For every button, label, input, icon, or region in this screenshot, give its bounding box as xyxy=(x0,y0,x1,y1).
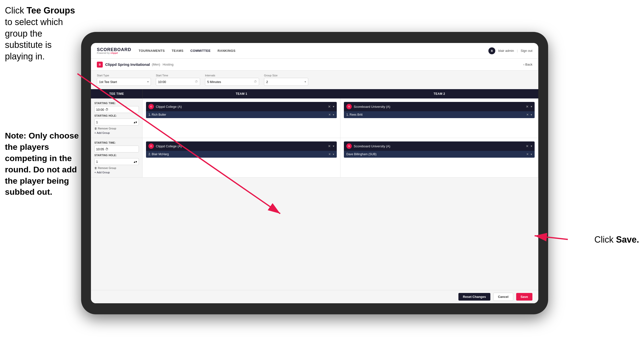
breadcrumb-title: Clippd Spring Invitational xyxy=(105,62,150,66)
team2-block-1: S Scoreboard University (A) ✕ ▾ 1. Rees … xyxy=(344,102,534,118)
player-chevron-icon-2-1[interactable]: ▾ xyxy=(333,153,334,156)
team2-icon-1: S xyxy=(346,104,352,109)
start-type-chevron-icon: ▾ xyxy=(147,80,149,83)
team2-header-1[interactable]: S Scoreboard University (A) ✕ ▾ xyxy=(344,102,534,111)
team1-remove-icon-2[interactable]: ✕ xyxy=(328,144,331,148)
player-chevron-icon-2-2[interactable]: ▾ xyxy=(531,153,532,156)
player-row-1-2: 1. Rees Britt ✕ ▾ xyxy=(344,111,534,118)
save-button[interactable]: Save xyxy=(516,293,532,301)
breadcrumb-hosting: Hosting xyxy=(163,63,174,66)
nav-right: B blair admin | Sign out xyxy=(488,47,532,54)
nav-tournaments[interactable]: TOURNAMENTS xyxy=(139,49,165,52)
start-type-group: Start Type 1st Tee Start ▾ xyxy=(97,74,151,86)
start-type-input[interactable]: 1st Tee Start ▾ xyxy=(97,78,151,86)
player-name-2-1: 2. Blair McHarg xyxy=(148,152,326,156)
start-time-label: Start Time xyxy=(156,74,200,77)
player-row-1-1: 1. Rich Butler ✕ ▾ xyxy=(146,111,337,118)
nav-rankings[interactable]: RANKINGS xyxy=(218,49,236,52)
main-content: Start Type 1st Tee Start ▾ Start Time 10… xyxy=(91,70,538,303)
signout-link[interactable]: Sign out xyxy=(520,49,532,52)
group-size-group: Group Size 2 ▾ xyxy=(264,74,308,86)
trash-icon-1: 🗑 xyxy=(94,127,97,130)
instructions-text: Click Tee Groups to select which group t… xyxy=(5,5,81,62)
row2-team2: S Scoreboard University (A) ✕ ▾ Dave Bil… xyxy=(340,138,538,177)
team2-remove-icon-2[interactable]: ✕ xyxy=(526,144,529,148)
trash-icon-2: 🗑 xyxy=(94,166,97,169)
player-row-2-2: Dave Billingham (SUB) ✕ ▾ xyxy=(344,151,534,158)
team2-header-2[interactable]: S Scoreboard University (A) ✕ ▾ xyxy=(344,141,534,151)
start-time-group: Start Time 10:00 ⏱ xyxy=(156,74,200,86)
table-header: Tee Time Team 1 Team 2 xyxy=(91,89,538,98)
team1-block-2: C Clippd College (A) ✕ ▾ 2. Blair McHarg… xyxy=(146,141,337,158)
schedule-table: Tee Time Team 1 Team 2 STARTING TIME: 10… xyxy=(91,89,538,290)
col-team1: Team 1 xyxy=(142,89,340,98)
col-team2: Team 2 xyxy=(340,89,538,98)
start-type-label: Start Type xyxy=(97,74,151,77)
team1-header-1[interactable]: C Clippd College (A) ✕ ▾ xyxy=(146,102,337,111)
team2-name-2: Scoreboard University (A) xyxy=(354,144,524,148)
player-remove-icon-1-1[interactable]: ✕ xyxy=(328,113,331,116)
team1-header-2[interactable]: C Clippd College (A) ✕ ▾ xyxy=(146,141,337,151)
cancel-button[interactable]: Cancel xyxy=(493,293,513,301)
group-size-input[interactable]: 2 ▾ xyxy=(264,78,308,86)
team1-chevron-icon-1[interactable]: ▾ xyxy=(333,105,334,108)
start-time-input[interactable]: 10:00 ⏱ xyxy=(156,78,200,86)
starting-hole-input-1[interactable]: 1 ▴▾ xyxy=(94,119,139,125)
nav-teams[interactable]: TEAMS xyxy=(172,49,183,52)
remove-group-button-1[interactable]: 🗑 Remove Group xyxy=(94,127,139,130)
starting-time-input-1[interactable]: 10:00 ⏱ xyxy=(94,106,139,113)
group-size-label: Group Size xyxy=(264,74,308,77)
hole-chevron-icon-1: ▴▾ xyxy=(134,120,137,124)
team1-chevron-icon-2[interactable]: ▾ xyxy=(333,144,334,148)
team1-icon-1: C xyxy=(148,104,154,109)
reset-changes-button[interactable]: Reset Changes xyxy=(458,293,490,301)
nav-separator: | xyxy=(517,49,518,52)
team2-chevron-icon-2[interactable]: ▾ xyxy=(531,144,532,148)
player-remove-icon-2-2[interactable]: ✕ xyxy=(526,152,529,156)
row2-left: STARTING TIME: 10:05 ⏱ STARTING HOLE: 1 … xyxy=(91,138,142,177)
starting-time-label-2: STARTING TIME: xyxy=(94,141,139,144)
add-group-button-1[interactable]: + Add Group xyxy=(94,131,139,134)
tablet-screen: SCOREBOARD Powered by clippd TOURNAMENTS… xyxy=(91,43,538,303)
player-chevron-icon-1-2[interactable]: ▾ xyxy=(531,113,532,116)
breadcrumb-subtitle: (Men) xyxy=(152,63,160,66)
team2-remove-icon-1[interactable]: ✕ xyxy=(526,105,529,108)
tablet-frame: SCOREBOARD Powered by clippd TOURNAMENTS… xyxy=(81,32,548,314)
starting-hole-input-2[interactable]: 1 ▴▾ xyxy=(94,158,139,165)
player-name-1-2: 1. Rees Britt xyxy=(346,113,524,116)
start-time-clock-icon: ⏱ xyxy=(195,80,198,83)
starting-hole-label-2: STARTING HOLE: xyxy=(94,154,139,157)
nav-committee[interactable]: COMMITTEE xyxy=(190,49,211,52)
remove-group-button-2[interactable]: 🗑 Remove Group xyxy=(94,166,139,169)
note-text: Note: Only choose the players competing … xyxy=(5,130,81,198)
row2-team1: C Clippd College (A) ✕ ▾ 2. Blair McHarg… xyxy=(142,138,340,177)
team1-block-1: C Clippd College (A) ✕ ▾ 1. Rich Butler … xyxy=(146,102,337,118)
row1-team2: S Scoreboard University (A) ✕ ▾ 1. Rees … xyxy=(340,98,538,138)
breadcrumb-bar: B Clippd Spring Invitational (Men) Hosti… xyxy=(91,59,538,70)
starting-time-input-2[interactable]: 10:05 ⏱ xyxy=(94,146,139,152)
back-button[interactable]: ‹ Back xyxy=(523,63,532,66)
plus-icon-2: + xyxy=(94,171,96,174)
time-clock-icon-2: ⏱ xyxy=(105,147,108,151)
col-tee-time: Tee Time xyxy=(91,89,142,98)
team2-block-2: S Scoreboard University (A) ✕ ▾ Dave Bil… xyxy=(344,141,534,158)
player-chevron-icon-1-1[interactable]: ▾ xyxy=(333,113,334,116)
intervals-input[interactable]: 5 Minutes ⏱ xyxy=(205,78,259,86)
starting-hole-label-1: STARTING HOLE: xyxy=(94,114,139,117)
click-save-text: Click Save. xyxy=(594,235,639,245)
hole-chevron-icon-2: ▴▾ xyxy=(134,160,137,164)
table-row: STARTING TIME: 10:05 ⏱ STARTING HOLE: 1 … xyxy=(91,138,538,178)
team2-chevron-icon-1[interactable]: ▾ xyxy=(531,105,532,108)
add-group-button-2[interactable]: + Add Group xyxy=(94,171,139,174)
player-remove-icon-2-1[interactable]: ✕ xyxy=(328,152,331,156)
row1-team1: C Clippd College (A) ✕ ▾ 1. Rich Butler … xyxy=(142,98,340,138)
player-remove-icon-1-2[interactable]: ✕ xyxy=(526,113,529,116)
team1-remove-icon-1[interactable]: ✕ xyxy=(328,105,331,108)
rows-container: STARTING TIME: 10:00 ⏱ STARTING HOLE: 1 … xyxy=(91,98,538,290)
admin-avatar: B xyxy=(488,47,495,54)
team2-icon-2: S xyxy=(346,143,352,149)
navbar: SCOREBOARD Powered by clippd TOURNAMENTS… xyxy=(91,43,538,59)
settings-bar: Start Type 1st Tee Start ▾ Start Time 10… xyxy=(91,70,538,89)
time-clock-icon-1: ⏱ xyxy=(105,108,108,111)
nav-links: TOURNAMENTS TEAMS COMMITTEE RANKINGS xyxy=(139,49,236,52)
